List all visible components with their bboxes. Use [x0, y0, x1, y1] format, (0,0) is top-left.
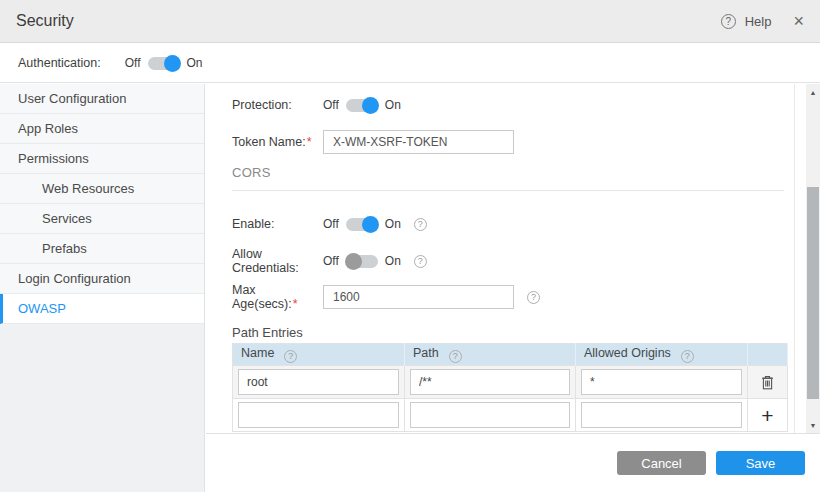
- help-link[interactable]: Help: [745, 14, 772, 29]
- table-row: [233, 366, 788, 399]
- sidebar-item-app-roles[interactable]: App Roles: [0, 114, 204, 144]
- protection-toggle[interactable]: [346, 99, 378, 112]
- max-age-help-icon[interactable]: ?: [527, 291, 540, 304]
- token-name-label: Token Name:*: [232, 135, 323, 149]
- allow-credentials-off-label: Off: [323, 254, 339, 268]
- sidebar-item-login-configuration[interactable]: Login Configuration: [0, 264, 204, 294]
- owasp-settings-content: Protection: Off On Token Name:* CORS Ena…: [206, 84, 795, 433]
- dialog-header: Security ? Help ×: [0, 0, 820, 43]
- save-button[interactable]: Save: [716, 451, 805, 475]
- enable-label: Enable:: [232, 217, 323, 231]
- authentication-on-label: On: [187, 56, 203, 70]
- enable-on-label: On: [385, 217, 401, 231]
- protection-on-label: On: [385, 98, 401, 112]
- row1-path-input[interactable]: [410, 369, 570, 395]
- main-panel: Protection: Off On Token Name:* CORS Ena…: [206, 84, 820, 492]
- table-header-row: Name? Path? Allowed Origins?: [233, 344, 788, 366]
- authentication-off-label: Off: [125, 56, 141, 70]
- sidebar-item-owasp[interactable]: OWASP: [0, 294, 204, 324]
- token-name-input[interactable]: [323, 130, 514, 154]
- enable-toggle[interactable]: [346, 218, 378, 231]
- dialog-footer: Cancel Save: [206, 433, 820, 492]
- authentication-toggle[interactable]: [148, 57, 180, 70]
- path-entries-table: Name? Path? Allowed Origins?: [232, 343, 788, 432]
- max-age-input[interactable]: [323, 285, 514, 309]
- scroll-down-icon[interactable]: ▼: [806, 419, 820, 431]
- scrollbar-thumb[interactable]: [807, 187, 819, 399]
- table-row: +: [233, 399, 788, 432]
- allow-credentials-on-label: On: [385, 254, 401, 268]
- sidebar-item-prefabs[interactable]: Prefabs: [0, 234, 204, 264]
- protection-off-label: Off: [323, 98, 339, 112]
- allow-credentials-toggle[interactable]: [346, 255, 378, 268]
- row1-origins-input[interactable]: [581, 369, 742, 395]
- name-column-help-icon[interactable]: ?: [284, 350, 297, 363]
- add-row-button[interactable]: +: [748, 399, 787, 431]
- cancel-button[interactable]: Cancel: [617, 451, 706, 475]
- scroll-up-icon[interactable]: ▲: [806, 86, 820, 98]
- sidebar-item-user-configuration[interactable]: User Configuration: [0, 84, 204, 114]
- allow-credentials-label: Allow Credentials:: [232, 247, 323, 275]
- enable-off-label: Off: [323, 217, 339, 231]
- sidebar-item-permissions[interactable]: Permissions: [0, 144, 204, 174]
- row2-origins-input[interactable]: [581, 402, 742, 428]
- enable-help-icon[interactable]: ?: [414, 218, 427, 231]
- allow-credentials-help-icon[interactable]: ?: [414, 255, 427, 268]
- row2-path-input[interactable]: [410, 402, 570, 428]
- row2-name-input[interactable]: [238, 402, 399, 428]
- toggle-knob: [164, 55, 181, 72]
- required-asterisk: *: [293, 297, 298, 311]
- column-header-path: Path?: [405, 344, 576, 366]
- trash-icon: [761, 375, 774, 390]
- close-icon[interactable]: ×: [793, 12, 804, 30]
- path-column-help-icon[interactable]: ?: [449, 350, 462, 363]
- sidebar-item-web-resources[interactable]: Web Resources: [0, 174, 204, 204]
- sidebar-item-services[interactable]: Services: [0, 204, 204, 234]
- authentication-label: Authentication:: [18, 56, 101, 70]
- sidebar: User Configuration App Roles Permissions…: [0, 84, 205, 492]
- authentication-bar: Authentication: Off On: [0, 44, 820, 83]
- origins-column-help-icon[interactable]: ?: [681, 350, 694, 363]
- required-asterisk: *: [307, 135, 312, 149]
- security-dialog: Security ? Help × Authentication: Off On…: [0, 0, 820, 492]
- max-age-label: Max Age(secs):*: [232, 283, 323, 311]
- column-header-actions: [748, 344, 788, 366]
- row1-name-input[interactable]: [238, 369, 399, 395]
- column-header-name: Name?: [233, 344, 405, 366]
- toggle-knob: [362, 216, 379, 233]
- protection-label: Protection:: [232, 98, 323, 112]
- delete-row-button[interactable]: [748, 366, 787, 398]
- page-title: Security: [16, 12, 74, 30]
- vertical-scrollbar[interactable]: ▲ ▼: [806, 84, 820, 433]
- cors-divider: [232, 190, 784, 191]
- help-icon[interactable]: ?: [721, 14, 736, 29]
- toggle-knob: [345, 253, 362, 270]
- cors-section-heading: CORS: [232, 165, 784, 180]
- toggle-knob: [362, 97, 379, 114]
- path-entries-title: Path Entries: [232, 325, 784, 340]
- column-header-allowed-origins: Allowed Origins?: [576, 344, 748, 366]
